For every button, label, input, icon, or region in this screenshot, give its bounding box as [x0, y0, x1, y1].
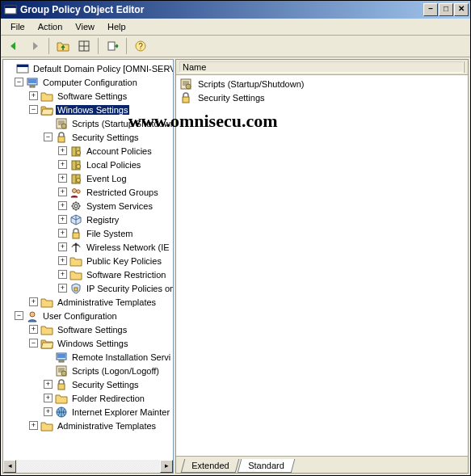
- expander-plus-icon[interactable]: +: [58, 146, 67, 155]
- tree-uc-windows[interactable]: − Windows Settings: [3, 336, 173, 350]
- forward-button[interactable]: [25, 36, 44, 56]
- tree-horizontal-scrollbar[interactable]: ◂ ▸: [3, 460, 173, 473]
- column-name[interactable]: Name: [179, 61, 465, 73]
- tree-cc-security[interactable]: − Security Settings: [3, 130, 173, 144]
- expander-plus-icon[interactable]: +: [58, 174, 67, 183]
- minimize-button[interactable]: –: [423, 3, 438, 16]
- open-folder-icon: [40, 337, 53, 350]
- expander-plus-icon[interactable]: +: [44, 394, 53, 402]
- expander-plus-icon[interactable]: +: [58, 229, 67, 238]
- menu-help[interactable]: Help: [101, 20, 132, 33]
- tree-user-config[interactable]: − User Configuration: [3, 309, 173, 322]
- export-list-button[interactable]: [103, 36, 122, 56]
- list-item-scripts[interactable]: Scripts (Startup/Shutdown): [179, 77, 465, 91]
- up-button[interactable]: [53, 36, 73, 56]
- closed-folder-icon: [40, 90, 53, 103]
- tree-cc-restricted[interactable]: + Restricted Groups: [3, 185, 173, 199]
- tree-cc-account[interactable]: + Account Policies: [3, 144, 173, 158]
- script-icon: [179, 78, 192, 91]
- show-hide-tree-button[interactable]: [74, 36, 94, 56]
- expander-plus-icon[interactable]: +: [29, 325, 38, 334]
- script-icon: [55, 117, 68, 130]
- toolbar-separator: [48, 38, 49, 54]
- policy-book-icon: [69, 158, 82, 171]
- user-icon: [26, 310, 39, 322]
- script-icon: [55, 364, 68, 377]
- expander-plus-icon[interactable]: +: [29, 91, 38, 100]
- toolbar-separator: [126, 38, 127, 54]
- lock-icon: [55, 378, 68, 391]
- expander-plus-icon[interactable]: +: [44, 380, 53, 389]
- cube-icon: [69, 213, 82, 226]
- tab-standard[interactable]: Standard: [238, 459, 295, 473]
- expander-plus-icon[interactable]: +: [58, 187, 67, 196]
- menu-bar: File Action View Help: [1, 19, 470, 36]
- main-content: Default Domain Policy [OMNI-SERV-0 − Com…: [1, 57, 470, 475]
- tree-root[interactable]: Default Domain Policy [OMNI-SERV-0: [3, 61, 173, 75]
- expander-plus-icon[interactable]: +: [58, 201, 67, 210]
- tree-cc-eventlog[interactable]: + Event Log: [3, 171, 173, 185]
- list-item-security[interactable]: Security Settings: [179, 91, 465, 104]
- expander-minus-icon[interactable]: −: [15, 311, 23, 320]
- tree-cc-services[interactable]: + System Services: [3, 199, 173, 213]
- policy-book-icon: [69, 145, 82, 158]
- tree-cc-pki[interactable]: + Public Key Policies: [3, 254, 173, 267]
- tree-cc-windows[interactable]: − Windows Settings: [3, 103, 173, 116]
- tree-uc-software[interactable]: + Software Settings: [3, 322, 173, 336]
- back-button[interactable]: [4, 36, 23, 56]
- scroll-right-button[interactable]: ▸: [160, 460, 173, 473]
- expander-plus-icon[interactable]: +: [29, 421, 38, 430]
- expander-plus-icon[interactable]: +: [58, 160, 67, 169]
- expander-minus-icon[interactable]: −: [44, 133, 53, 141]
- tree-uc-ris[interactable]: Remote Installation Servi: [3, 350, 173, 364]
- tree-computer-config[interactable]: − Computer Configuration: [3, 75, 173, 89]
- details-tabs: Extended Standard: [176, 456, 468, 473]
- tree-root-label: Default Domain Policy [OMNI-SERV-0: [32, 64, 173, 74]
- expander-plus-icon[interactable]: +: [44, 407, 53, 416]
- tree-cc-ipsec[interactable]: + IP Security Policies on: [3, 281, 173, 295]
- menu-view[interactable]: View: [69, 20, 101, 33]
- tree-cc-wireless[interactable]: + Wireless Network (IE: [3, 240, 173, 254]
- tab-extended[interactable]: Extended: [181, 459, 240, 473]
- closed-folder-icon: [69, 255, 82, 267]
- closed-folder-icon: [40, 323, 53, 336]
- tree-cc-swrestrict[interactable]: + Software Restriction: [3, 267, 173, 281]
- list-header: Name: [176, 60, 468, 75]
- expander-plus-icon[interactable]: +: [58, 270, 67, 279]
- closed-folder-icon: [40, 419, 53, 432]
- app-icon: [4, 3, 17, 16]
- maximize-button[interactable]: □: [439, 3, 453, 16]
- expander-minus-icon[interactable]: −: [29, 339, 38, 348]
- lock-icon: [179, 91, 192, 104]
- help-button[interactable]: [131, 36, 150, 56]
- close-button[interactable]: ✕: [454, 3, 469, 16]
- tree-cc-registry[interactable]: + Registry: [3, 213, 173, 226]
- tree-uc-scripts[interactable]: Scripts (Logon/Logoff): [3, 364, 173, 377]
- computer-icon: [55, 351, 68, 364]
- menu-action[interactable]: Action: [32, 20, 69, 33]
- menu-file[interactable]: File: [4, 20, 32, 33]
- tree-cc-local[interactable]: + Local Policies: [3, 158, 173, 171]
- tree-uc-security[interactable]: + Security Settings: [3, 377, 173, 391]
- expander-plus-icon[interactable]: +: [58, 284, 67, 293]
- closed-folder-icon: [69, 268, 82, 281]
- policy-book-icon: [69, 172, 82, 185]
- open-folder-icon: [40, 103, 53, 116]
- scroll-left-button[interactable]: ◂: [3, 460, 16, 473]
- tree-uc-admin[interactable]: + Administrative Templates: [3, 419, 173, 432]
- tree-uc-folder[interactable]: + Folder Redirection: [3, 391, 173, 405]
- expander-minus-icon[interactable]: −: [29, 105, 38, 114]
- tree-cc-scripts[interactable]: Scripts (Startup/Shutdown: [3, 116, 173, 130]
- policy-tree[interactable]: Default Domain Policy [OMNI-SERV-0 − Com…: [3, 60, 173, 460]
- globe-icon: [55, 406, 68, 419]
- tree-cc-filesystem[interactable]: + File System: [3, 226, 173, 240]
- expander-minus-icon[interactable]: −: [15, 78, 23, 86]
- expander-plus-icon[interactable]: +: [29, 297, 38, 306]
- expander-plus-icon[interactable]: +: [58, 242, 67, 251]
- tree-uc-ie[interactable]: + Internet Explorer Mainter: [3, 405, 173, 419]
- tree-cc-software[interactable]: + Software Settings: [3, 89, 173, 103]
- tree-cc-admin[interactable]: + Administrative Templates: [3, 295, 173, 309]
- expander-plus-icon[interactable]: +: [58, 215, 67, 224]
- expander-plus-icon[interactable]: +: [58, 256, 67, 265]
- list-body[interactable]: Scripts (Startup/Shutdown) Security Sett…: [176, 75, 468, 456]
